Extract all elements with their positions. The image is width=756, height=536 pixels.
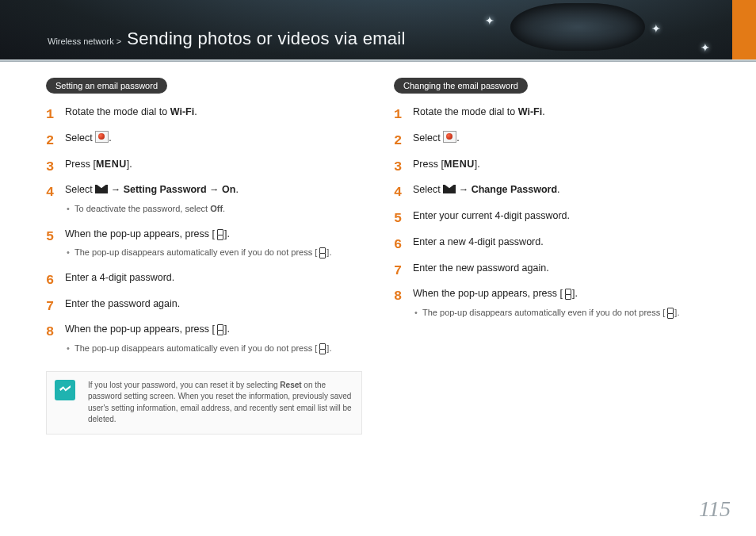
step-bold: On bbox=[222, 184, 235, 195]
step-text: . bbox=[194, 106, 197, 117]
step-sub: To deactivate the password, select Off. bbox=[65, 202, 362, 216]
breadcrumb-section: Wireless network > bbox=[48, 36, 121, 46]
step-item: When the pop-up appears, press [].The po… bbox=[46, 227, 362, 270]
step-item: Select . bbox=[394, 131, 710, 157]
lens-graphic bbox=[510, 3, 645, 51]
sub-text: ]. bbox=[326, 247, 331, 257]
step-sub-item: To deactivate the password, select Off. bbox=[65, 202, 362, 216]
step-sub-item: The pop-up disappears automatically even… bbox=[65, 342, 362, 355]
step-item: Enter a 4-digit password. bbox=[46, 270, 362, 297]
menu-icon: MENU bbox=[444, 157, 475, 172]
sub-text: The pop-up disappears automatically even… bbox=[74, 343, 317, 353]
step-text: Select bbox=[413, 132, 443, 144]
step-text: → bbox=[108, 184, 123, 195]
note-bold: Reset bbox=[280, 381, 301, 389]
step-text: Rotate the mode dial to bbox=[65, 106, 170, 117]
step-text: . bbox=[557, 184, 559, 195]
ok-button-icon bbox=[215, 228, 224, 239]
note-icon bbox=[55, 380, 75, 400]
page: ✦ ✦ ✦ Wireless network > Sending photos … bbox=[0, 0, 756, 536]
sub-bold: Off bbox=[210, 204, 223, 213]
sparkle-icon: ✦ bbox=[701, 41, 710, 54]
email-app-icon bbox=[95, 131, 109, 143]
step-text: Rotate the mode dial to bbox=[413, 106, 518, 117]
wifi-icon: Wi-Fi bbox=[518, 105, 542, 120]
page-number: 115 bbox=[699, 496, 731, 522]
step-text: . bbox=[235, 184, 238, 195]
step-item: Press [MENU]. bbox=[394, 157, 710, 183]
ok-button-icon bbox=[317, 247, 326, 258]
step-item: When the pop-up appears, press [].The po… bbox=[394, 286, 710, 330]
step-item: Rotate the mode dial to Wi-Fi. bbox=[46, 105, 362, 131]
wifi-icon: Wi-Fi bbox=[170, 105, 194, 120]
sub-text: ]. bbox=[674, 308, 679, 317]
step-text: . bbox=[456, 132, 459, 144]
step-text: Select bbox=[413, 184, 443, 195]
step-item: Enter your current 4-digit password. bbox=[394, 209, 710, 235]
envelope-icon bbox=[95, 185, 108, 193]
step-text: ]. bbox=[572, 288, 578, 299]
note-text-pre: If you lost your password, you can reset… bbox=[88, 381, 280, 389]
step-text: ]. bbox=[127, 159, 132, 170]
menu-icon: MENU bbox=[96, 157, 127, 172]
step-text: Select bbox=[65, 132, 95, 144]
envelope-icon bbox=[443, 185, 456, 193]
section-heading-right: Changing the email password bbox=[394, 78, 528, 94]
sub-text: The pop-up disappears automatically even… bbox=[422, 308, 665, 317]
sparkle-icon: ✦ bbox=[485, 14, 494, 27]
step-bold: Setting Password bbox=[124, 184, 207, 195]
step-sub-item: The pop-up disappears automatically even… bbox=[413, 306, 710, 320]
ok-button-icon bbox=[317, 343, 326, 354]
content-columns: Setting an email password Rotate the mod… bbox=[46, 78, 710, 512]
step-text: ]. bbox=[224, 324, 230, 335]
step-item: Select → Change Password. bbox=[394, 182, 710, 209]
step-text: . bbox=[109, 132, 111, 144]
info-note: If you lost your password, you can reset… bbox=[46, 371, 362, 435]
left-steps-list: Rotate the mode dial to Wi-Fi.Select .Pr… bbox=[46, 105, 362, 366]
step-sub-item: The pop-up disappears automatically even… bbox=[65, 246, 362, 259]
sub-text: To deactivate the password, select bbox=[74, 204, 210, 213]
step-text: ]. bbox=[475, 159, 480, 170]
step-item: Select . bbox=[46, 131, 362, 157]
step-text: ]. bbox=[224, 228, 230, 239]
right-steps-list: Rotate the mode dial to Wi-Fi.Select .Pr… bbox=[394, 105, 710, 331]
step-item: When the pop-up appears, press [].The po… bbox=[46, 322, 362, 366]
side-tab bbox=[732, 0, 756, 62]
sub-text: . bbox=[223, 204, 225, 213]
email-app-icon bbox=[443, 131, 456, 143]
step-sub: The pop-up disappears automatically even… bbox=[65, 342, 362, 355]
step-text: Press [ bbox=[413, 159, 444, 170]
ok-button-icon bbox=[563, 288, 572, 299]
right-column: Changing the email password Rotate the m… bbox=[394, 78, 710, 512]
step-text: When the pop-up appears, press [ bbox=[413, 288, 563, 299]
step-text: Enter the new password again. bbox=[413, 262, 549, 274]
step-text: → bbox=[207, 184, 222, 195]
step-text: When the pop-up appears, press [ bbox=[65, 228, 215, 239]
step-text: Enter a 4-digit password. bbox=[65, 272, 174, 283]
sub-text: The pop-up disappears automatically even… bbox=[74, 247, 317, 257]
step-sub: The pop-up disappears automatically even… bbox=[413, 306, 710, 320]
step-text: → bbox=[456, 184, 471, 195]
step-item: Enter the password again. bbox=[46, 297, 362, 323]
ok-button-icon bbox=[215, 324, 224, 335]
page-title: Sending photos or videos via email bbox=[127, 29, 405, 48]
step-text: Enter your current 4-digit password. bbox=[413, 210, 570, 221]
step-text: Select bbox=[65, 184, 95, 195]
step-item: Press [MENU]. bbox=[46, 157, 362, 183]
step-item: Rotate the mode dial to Wi-Fi. bbox=[394, 105, 710, 131]
breadcrumb: Wireless network > Sending photos or vid… bbox=[48, 29, 406, 49]
step-item: Select → Setting Password → On.To deacti… bbox=[46, 182, 362, 226]
section-heading-left: Setting an email password bbox=[46, 78, 167, 94]
step-item: Enter a new 4-digit password. bbox=[394, 235, 710, 261]
ok-button-icon bbox=[665, 307, 674, 318]
step-text: Press [ bbox=[65, 159, 96, 170]
step-sub: The pop-up disappears automatically even… bbox=[65, 246, 362, 259]
step-item: Enter the new password again. bbox=[394, 261, 710, 287]
step-text: Enter a new 4-digit password. bbox=[413, 236, 544, 247]
step-text: When the pop-up appears, press [ bbox=[65, 324, 215, 335]
sub-text: ]. bbox=[326, 343, 331, 353]
page-header: ✦ ✦ ✦ Wireless network > Sending photos … bbox=[0, 0, 756, 62]
step-bold: Change Password bbox=[472, 184, 557, 195]
step-text: Enter the password again. bbox=[65, 298, 180, 309]
sparkle-icon: ✦ bbox=[651, 22, 661, 35]
